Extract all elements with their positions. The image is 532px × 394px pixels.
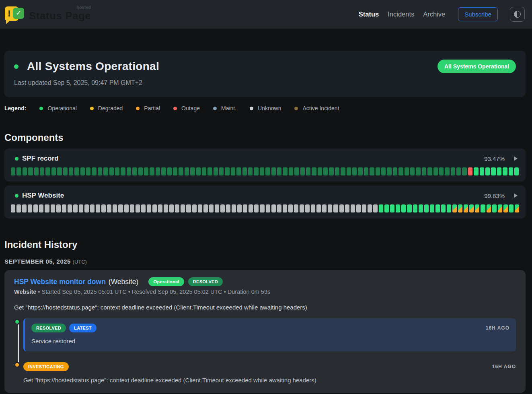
uptime-bar	[393, 167, 397, 175]
uptime-bar	[283, 204, 287, 212]
uptime-bar	[480, 167, 484, 175]
uptime-bar	[156, 167, 160, 175]
uptime-bar	[158, 204, 162, 212]
nav-link-archive[interactable]: Archive	[423, 10, 445, 18]
uptime-bar	[475, 204, 479, 212]
uptime-bar	[113, 204, 117, 212]
uptime-bar	[130, 204, 134, 212]
component-card: SPF record93.47%	[4, 149, 526, 182]
status-title: All Systems Operational	[27, 60, 159, 73]
legend-item-label: Operational	[47, 105, 76, 111]
uptime-bar	[254, 167, 258, 175]
uptime-bar	[23, 167, 27, 175]
incident-update: RESOLVEDLATEST16H AGOService restored	[14, 318, 516, 351]
uptime-bar	[396, 204, 400, 212]
expand-arrow-icon[interactable]	[514, 157, 518, 161]
uptime-bar	[481, 204, 485, 212]
legend-dot-icon	[90, 107, 94, 110]
uptime-bar	[175, 204, 179, 212]
components-list: SPF record93.47%HSP Website99.83%	[4, 149, 526, 219]
incident-meta-component: Website	[14, 289, 36, 295]
uptime-bar	[410, 167, 415, 175]
uptime-bar	[351, 204, 355, 212]
brand-tag: hosted	[76, 5, 91, 10]
uptime-bar	[28, 167, 33, 175]
uptime-bar	[225, 167, 229, 175]
uptime-bar	[198, 204, 202, 212]
uptime-bar	[186, 204, 191, 212]
uptime-bar	[509, 204, 514, 212]
uptime-bar	[441, 204, 446, 212]
uptime-bar	[305, 204, 310, 212]
uptime-bar	[33, 204, 38, 212]
component-status-dot	[15, 194, 18, 198]
incident-title-link[interactable]: HSP Website monitor down	[14, 278, 106, 286]
uptime-bar	[16, 204, 21, 212]
uptime-bar	[84, 204, 89, 212]
uptime-bar	[209, 204, 214, 212]
uptime-bar	[503, 204, 508, 212]
brand-logo[interactable]: ! ✓ Status Page hosted	[5, 6, 91, 23]
uptime-bar	[288, 204, 293, 212]
uptime-bar	[62, 204, 66, 212]
update-body: RESOLVEDLATEST16H AGOService restored	[23, 318, 516, 351]
legend-item-label: Outage	[181, 105, 200, 111]
uptime-bar	[152, 204, 157, 212]
uptime-bar	[294, 167, 299, 175]
uptime-bar	[11, 204, 15, 212]
incident-description: Get "https://hostedstatus.page": context…	[14, 304, 516, 311]
uptime-bar	[381, 167, 386, 175]
legend-item-operational: Operational	[39, 105, 76, 111]
update-badge-investigating: INVESTIGATING	[23, 362, 69, 371]
status-banner: All Systems Operational All Systems Oper…	[4, 51, 526, 97]
uptime-bar	[243, 204, 247, 212]
half-moon-icon	[514, 11, 521, 18]
expand-arrow-icon[interactable]	[514, 194, 518, 198]
exclaim-glyph: !	[5, 8, 10, 19]
uptime-bar	[138, 167, 143, 175]
uptime-bar	[147, 204, 151, 212]
uptime-bar	[433, 167, 438, 175]
uptime-bar	[491, 167, 495, 175]
status-dot	[14, 64, 18, 69]
uptime-bar	[339, 204, 344, 212]
uptime-bar	[379, 204, 383, 212]
uptime-bar	[462, 167, 466, 175]
update-status-dot	[14, 319, 20, 325]
uptime-bar	[474, 167, 478, 175]
uptime-bar	[435, 204, 440, 212]
checkmark-icon: ✓	[13, 8, 24, 19]
uptime-bar	[347, 167, 351, 175]
uptime-bar	[173, 167, 177, 175]
component-name: SPF record	[22, 155, 59, 163]
legend-item-active-incident: Active Incident	[294, 105, 339, 111]
uptime-bar	[231, 167, 235, 175]
incident-date: SEPTEMBER 05, 2025	[4, 258, 71, 265]
nav-link-status[interactable]: Status	[359, 10, 379, 18]
uptime-bar	[260, 204, 264, 212]
uptime-bar	[45, 167, 50, 175]
uptime-bar	[202, 167, 206, 175]
uptime-bar	[300, 167, 305, 175]
uptime-bar	[458, 204, 462, 212]
incident-meta: Website • Started Sep 05, 2025 05:01 UTC…	[14, 289, 516, 295]
uptime-bar	[469, 204, 474, 212]
theme-toggle-button[interactable]	[510, 7, 525, 22]
legend-item-partial: Partial	[136, 105, 160, 111]
uptime-bar	[515, 204, 519, 212]
component-uptime-percent: 93.47%	[484, 155, 505, 162]
uptime-bar	[503, 167, 507, 175]
uptime-bar	[237, 204, 242, 212]
uptime-bar	[368, 204, 372, 212]
legend-item-maint-: Maint.	[213, 105, 236, 111]
legend-dot-icon	[213, 107, 217, 110]
uptime-bar	[51, 204, 55, 212]
uptime-bar	[387, 167, 391, 175]
nav-link-incidents[interactable]: Incidents	[388, 10, 414, 18]
uptime-bar	[132, 167, 137, 175]
legend-item-outage: Outage	[173, 105, 200, 111]
subscribe-button[interactable]: Subscribe	[458, 7, 498, 21]
legend-dot-icon	[136, 107, 140, 110]
last-updated: Last updated Sep 5, 2025, 09:47 PM GMT+2	[14, 79, 516, 87]
update-badge-latest: LATEST	[69, 324, 97, 332]
